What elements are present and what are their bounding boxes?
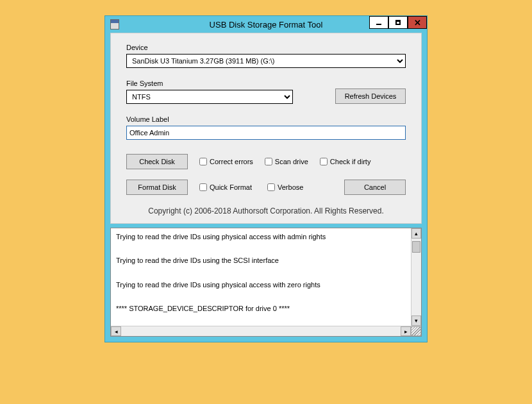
titlebar[interactable]: USB Disk Storage Format Tool ✕: [105, 16, 427, 33]
scan-drive-checkbox[interactable]: Scan drive: [265, 158, 308, 165]
hscroll-track[interactable]: [121, 326, 401, 336]
resize-grip[interactable]: [411, 326, 421, 336]
verbose-checkbox[interactable]: Verbose: [267, 183, 303, 191]
maximize-button[interactable]: [388, 16, 408, 29]
client-area: Device SanDisk U3 Titanium 3.27GB (3911 …: [110, 33, 422, 337]
horizontal-scrollbar[interactable]: ◂ ▸: [111, 326, 421, 336]
close-icon: ✕: [414, 19, 421, 27]
refresh-devices-button[interactable]: Refresh Devices: [335, 88, 406, 104]
format-disk-row: Format Disk Quick Format Verbose Cancel: [126, 180, 406, 195]
log-line: Trying to read the drive IDs using the S…: [116, 256, 406, 265]
close-button[interactable]: ✕: [408, 16, 427, 29]
minimize-button[interactable]: [369, 16, 388, 29]
check-if-dirty-checkbox[interactable]: Check if dirty: [320, 158, 371, 165]
volume-label-label: Volume Label: [126, 115, 406, 123]
check-disk-button[interactable]: Check Disk: [126, 154, 188, 169]
cancel-button[interactable]: Cancel: [344, 180, 406, 195]
filesystem-select[interactable]: NTFS: [126, 90, 293, 104]
maximize-icon: [395, 20, 401, 25]
usb-icon: [110, 19, 119, 29]
log-panel: Trying to read the drive IDs using physi…: [110, 228, 422, 337]
format-disk-button[interactable]: Format Disk: [126, 180, 188, 195]
scroll-right-button[interactable]: ▸: [401, 326, 411, 336]
window-controls: ✕: [369, 16, 427, 29]
scroll-down-button[interactable]: ▾: [411, 316, 421, 326]
quick-format-checkbox[interactable]: Quick Format: [199, 183, 252, 191]
check-disk-row: Check Disk Correct errors Scan drive Che…: [126, 154, 406, 169]
copyright-text: Copyright (c) 2006-2018 Authorsoft Corpo…: [126, 206, 406, 215]
correct-errors-checkbox[interactable]: Correct errors: [199, 158, 253, 165]
log-output[interactable]: Trying to read the drive IDs using physi…: [111, 228, 411, 326]
filesystem-label: File System: [126, 80, 322, 87]
device-label: Device: [126, 44, 406, 51]
vertical-scrollbar[interactable]: ▴ ▾: [411, 228, 421, 326]
app-window: USB Disk Storage Format Tool ✕ Device Sa…: [104, 15, 428, 342]
scroll-track[interactable]: [411, 239, 421, 316]
volume-label-input[interactable]: [126, 126, 406, 140]
scroll-up-button[interactable]: ▴: [411, 228, 421, 239]
log-line: Trying to read the drive IDs using physi…: [116, 232, 406, 242]
log-line: Trying to read the drive IDs using physi…: [116, 280, 406, 290]
log-body: Trying to read the drive IDs using physi…: [111, 228, 421, 326]
device-row: Device SanDisk U3 Titanium 3.27GB (3911 …: [126, 44, 406, 68]
log-line: **** STORAGE_DEVICE_DESCRIPTOR for drive…: [116, 304, 406, 314]
filesystem-row: File System NTFS Refresh Devices: [126, 80, 406, 104]
minimize-icon: [376, 24, 381, 25]
volume-label-row: Volume Label: [126, 115, 406, 140]
device-select[interactable]: SanDisk U3 Titanium 3.27GB (3911 MB) (G:…: [126, 54, 406, 68]
scroll-thumb[interactable]: [412, 241, 420, 253]
scroll-left-button[interactable]: ◂: [111, 326, 121, 336]
form-panel: Device SanDisk U3 Titanium 3.27GB (3911 …: [110, 33, 422, 224]
